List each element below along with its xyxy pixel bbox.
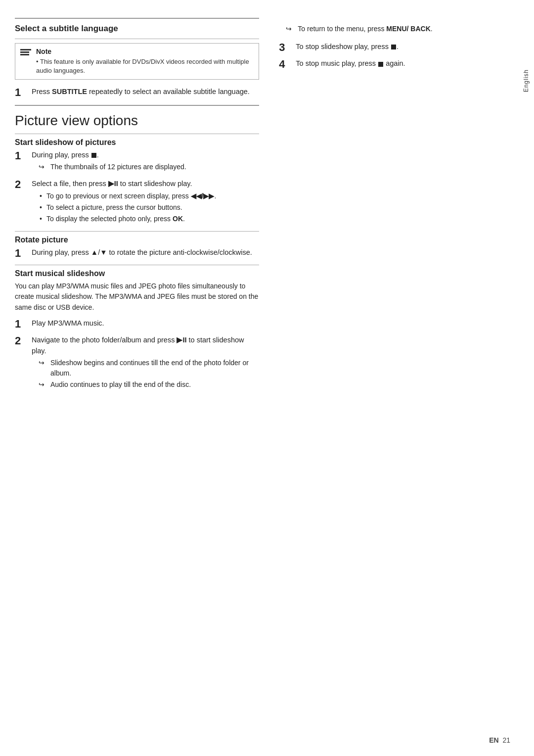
slideshow-title: Start slideshow of pictures [15,138,259,147]
right-step3: 3 To stop slideshow play, press . [279,42,503,53]
slideshow-bullet-list: To go to previous or next screen display… [40,191,259,224]
slideshow-step1-arrow: ↪ The thumbnails of 12 pictures are disp… [39,162,259,172]
right-arrow-item: ↪ To return to the menu, press MENU/ BAC… [286,24,503,34]
note-icon [20,49,31,55]
right-column: ↪ To return to the menu, press MENU/ BAC… [274,12,503,744]
note-content: Note • This feature is only available fo… [36,47,253,75]
note-label: Note [36,47,253,55]
right-step4: 4 To stop music play, press again. [279,58,503,70]
picture-view-divider-top [15,105,259,106]
side-bar: English [518,0,534,756]
musical-step2: 2 Navigate to the photo folder/album and… [15,335,259,391]
rotate-step1: 1 During play, press ▲/▼ to rotate the p… [15,247,259,259]
list-item: To go to previous or next screen display… [40,191,259,201]
top-divider [15,18,259,19]
musical-step1: 1 Play MP3/WMA music. [15,318,259,330]
stop-icon [91,153,96,158]
picture-view-divider-bottom [15,134,259,134]
musical-arrow1: ↪ Slideshow begins and continues till th… [39,358,259,378]
list-item: To display the selected photo only, pres… [40,214,259,224]
note-text: • This feature is only available for DVD… [36,57,253,75]
slideshow-step2: 2 Select a file, then press ▶II to start… [15,179,259,227]
musical-arrow2: ↪ Audio continues to play till the end o… [39,379,259,389]
rotate-title: Rotate picture [15,236,259,244]
musical-divider [15,265,259,265]
subtitle-divider [15,39,259,39]
subtitle-step1: 1 Press SUBTITLE repeatedly to select an… [15,87,259,98]
musical-title: Start musical slideshow [15,269,259,278]
stop-icon-4 [378,62,383,67]
rotate-divider [15,231,259,232]
page-number: EN 21 [489,736,510,744]
stop-icon-3 [391,45,396,49]
language-label: English [523,69,530,92]
musical-intro: You can play MP3/WMA music files and JPE… [15,281,259,313]
picture-view-title: Picture view options [15,113,259,129]
note-box: Note • This feature is only available fo… [15,43,259,80]
left-column: Select a subtitle language Note • This f… [15,12,274,744]
list-item: To select a picture, press the cursor bu… [40,202,259,213]
slideshow-step1: 1 During play, press . ↪ The thumbnails … [15,150,259,174]
subtitle-section-title: Select a subtitle language [15,24,259,34]
